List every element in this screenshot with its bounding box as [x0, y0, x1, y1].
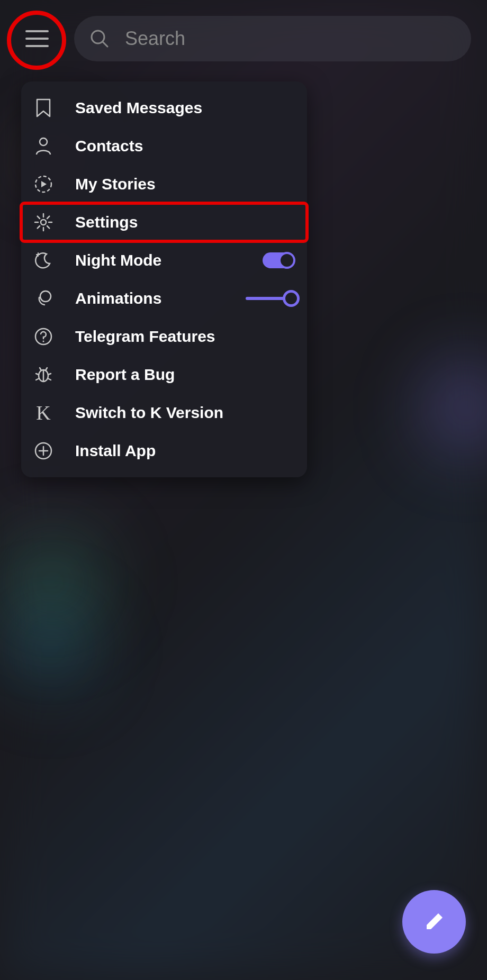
- animation-icon: [34, 289, 53, 308]
- menu-item-install-app[interactable]: Install App: [21, 432, 307, 470]
- menu-item-saved-messages[interactable]: Saved Messages: [21, 89, 307, 127]
- menu-item-report-bug[interactable]: Report a Bug: [21, 356, 307, 394]
- header: Search: [0, 0, 487, 77]
- menu-label: Switch to K Version: [75, 404, 294, 422]
- menu-label: Contacts: [75, 137, 294, 155]
- menu-item-settings[interactable]: Settings: [21, 203, 307, 241]
- main-menu-panel: Saved Messages Contacts My Stories Setti…: [21, 81, 307, 477]
- menu-label: Saved Messages: [75, 99, 294, 117]
- menu-item-night-mode[interactable]: Night Mode: [21, 241, 307, 279]
- search-input[interactable]: Search: [74, 16, 471, 61]
- menu-label: My Stories: [75, 175, 294, 193]
- menu-item-contacts[interactable]: Contacts: [21, 127, 307, 165]
- menu-label: Report a Bug: [75, 366, 294, 384]
- svg-point-7: [41, 220, 46, 225]
- menu-label: Install App: [75, 442, 294, 460]
- stories-icon: [34, 175, 53, 194]
- help-icon: [34, 327, 53, 346]
- compose-fab-button[interactable]: [402, 890, 466, 954]
- svg-point-10: [40, 291, 51, 302]
- hamburger-icon: [25, 29, 49, 48]
- pencil-icon: [421, 909, 447, 934]
- menu-item-switch-k[interactable]: K Switch to K Version: [21, 394, 307, 432]
- night-mode-toggle[interactable]: [263, 252, 294, 268]
- svg-point-12: [43, 341, 44, 342]
- menu-item-animations[interactable]: Animations: [21, 279, 307, 317]
- k-icon: K: [34, 403, 53, 422]
- menu-label: Night Mode: [75, 251, 240, 269]
- bookmark-icon: [34, 98, 53, 117]
- svg-line-4: [103, 42, 107, 47]
- moon-icon: [34, 251, 53, 270]
- background-blob: [0, 582, 116, 714]
- gear-icon: [34, 213, 53, 232]
- background-blob: [413, 328, 487, 487]
- menu-label: Telegram Features: [75, 328, 294, 346]
- menu-label: Settings: [75, 213, 294, 231]
- plus-circle-icon: [34, 441, 53, 460]
- menu-item-my-stories[interactable]: My Stories: [21, 165, 307, 203]
- hamburger-menu-button[interactable]: [16, 17, 58, 60]
- search-icon: [90, 29, 109, 48]
- menu-item-telegram-features[interactable]: Telegram Features: [21, 317, 307, 356]
- animations-slider[interactable]: [246, 297, 292, 300]
- menu-label: Animations: [75, 289, 223, 307]
- search-placeholder: Search: [125, 28, 185, 50]
- svg-point-5: [40, 138, 47, 146]
- bug-icon: [34, 365, 53, 384]
- person-icon: [34, 137, 53, 156]
